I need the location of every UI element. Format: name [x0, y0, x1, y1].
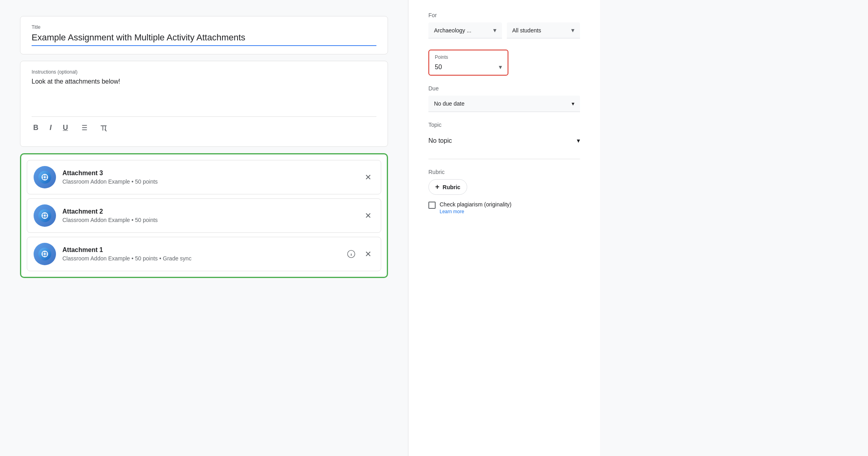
list-button[interactable]	[78, 122, 90, 134]
points-value: 50	[435, 64, 442, 71]
attachment-name: Attachment 1	[62, 246, 338, 254]
rubric-label: Rubric	[428, 169, 580, 175]
bold-button[interactable]: B	[32, 122, 40, 134]
points-box: Points 50 ▾	[428, 50, 508, 76]
instructions-section: Instructions (optional) Look at the atta…	[20, 61, 388, 147]
rubric-btn-label: Rubric	[443, 184, 460, 190]
topic-section: Topic No topic ▾	[428, 122, 580, 159]
attachment-name: Attachment 2	[62, 208, 355, 215]
attachment-info: Attachment 2 Classroom Addon Example • 5…	[62, 208, 355, 223]
topic-dropdown[interactable]: No topic ▾	[428, 132, 580, 149]
attachments-container: Attachment 3 Classroom Addon Example • 5…	[20, 153, 388, 278]
attachment-name: Attachment 3	[62, 170, 355, 177]
due-section: Due No due date ▾	[428, 85, 580, 112]
class-dropdown-wrapper: Archaeology ... ▾	[428, 22, 502, 38]
instructions-label: Instructions (optional)	[32, 69, 376, 75]
plagiarism-text: Check plagiarism (originality) Learn mor…	[440, 201, 512, 215]
plus-icon: +	[435, 183, 440, 191]
attachment-actions: ✕	[345, 248, 374, 260]
points-label: Points	[435, 54, 502, 60]
info-button[interactable]	[345, 248, 358, 260]
chevron-down-icon: ▾	[499, 63, 502, 71]
students-value: All students	[512, 27, 541, 34]
title-section: Title	[20, 16, 388, 54]
svg-point-12	[44, 176, 46, 178]
table-row: Attachment 1 Classroom Addon Example • 5…	[27, 237, 381, 271]
attachment-icon	[34, 243, 56, 265]
underline-button[interactable]: U	[61, 122, 70, 134]
rubric-section: Rubric + Rubric	[428, 169, 580, 195]
side-panel: For Archaeology ... ▾ All students ▾ Poi…	[408, 0, 600, 456]
points-value-row: 50 ▾	[435, 63, 502, 71]
remove-attachment-button[interactable]: ✕	[362, 171, 374, 184]
attachment-meta: Classroom Addon Example • 50 points	[62, 178, 355, 185]
attachment-icon	[34, 166, 56, 188]
plagiarism-row: Check plagiarism (originality) Learn mor…	[428, 201, 580, 215]
plagiarism-checkbox[interactable]	[428, 202, 436, 209]
for-row: Archaeology ... ▾ All students ▾	[428, 22, 580, 38]
table-row: Attachment 3 Classroom Addon Example • 5…	[27, 160, 381, 194]
students-dropdown-wrapper: All students ▾	[507, 22, 580, 38]
attachment-info: Attachment 1 Classroom Addon Example • 5…	[62, 246, 338, 262]
due-dropdown[interactable]: No due date ▾	[428, 96, 580, 112]
topic-label: Topic	[428, 122, 580, 128]
topic-value: No topic	[428, 137, 452, 144]
title-input[interactable]	[32, 32, 376, 46]
plagiarism-label: Check plagiarism (originality)	[440, 201, 512, 208]
chevron-down-icon: ▾	[493, 26, 496, 34]
chevron-down-icon: ▾	[572, 100, 574, 107]
instructions-text[interactable]: Look at the attachments below!	[32, 78, 376, 110]
attachment-meta: Classroom Addon Example • 50 points • Gr…	[62, 255, 338, 262]
due-value: No due date	[434, 100, 464, 107]
title-label: Title	[32, 24, 376, 30]
chevron-down-icon: ▾	[577, 137, 580, 144]
attachment-actions: ✕	[362, 209, 374, 222]
learn-more-link[interactable]: Learn more	[440, 209, 464, 214]
attachment-meta: Classroom Addon Example • 50 points	[62, 217, 355, 223]
chevron-down-icon: ▾	[571, 26, 574, 34]
attachment-actions: ✕	[362, 171, 374, 184]
table-row: Attachment 2 Classroom Addon Example • 5…	[27, 198, 381, 233]
students-dropdown[interactable]: All students ▾	[507, 22, 580, 38]
remove-attachment-button[interactable]: ✕	[362, 209, 374, 222]
attachment-info: Attachment 3 Classroom Addon Example • 5…	[62, 170, 355, 185]
svg-point-18	[44, 253, 46, 255]
italic-button[interactable]: I	[48, 122, 53, 134]
formatting-toolbar: B I U	[32, 116, 376, 138]
class-dropdown[interactable]: Archaeology ... ▾	[428, 22, 502, 38]
svg-point-15	[44, 215, 46, 217]
for-label: For	[428, 12, 580, 18]
due-label: Due	[428, 85, 580, 92]
attachment-icon	[34, 204, 56, 227]
remove-attachment-button[interactable]: ✕	[362, 248, 374, 260]
clear-format-button[interactable]	[98, 122, 110, 134]
class-value: Archaeology ...	[434, 27, 471, 34]
add-rubric-button[interactable]: + Rubric	[428, 179, 467, 195]
